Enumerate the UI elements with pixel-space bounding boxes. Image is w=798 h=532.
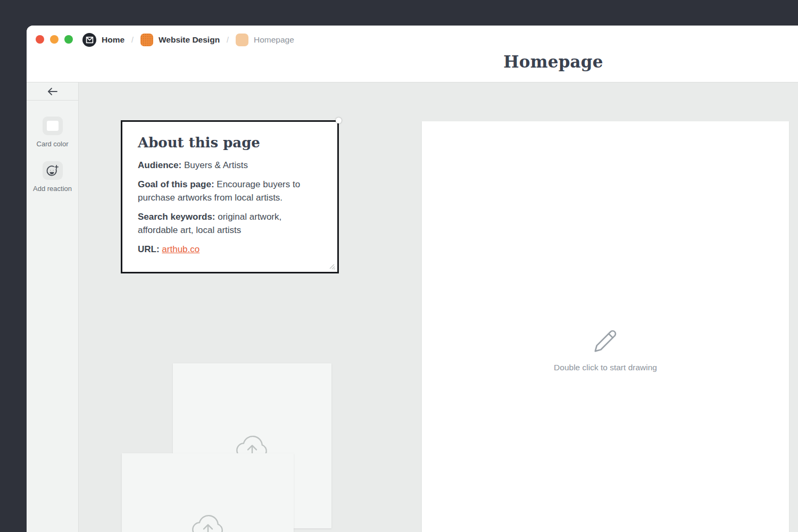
collapse-toolbar-button[interactable] — [42, 85, 63, 98]
arthub-link[interactable]: arthub.co — [162, 244, 200, 254]
window-controls — [36, 35, 73, 44]
card-selection-handle[interactable] — [336, 118, 342, 123]
note-card-about-this-page[interactable]: About this page Audience: Buyers & Artis… — [121, 120, 339, 273]
breadcrumb-item-home: Home — [82, 33, 124, 47]
breadcrumb: Home / Website Design / Homepage — [82, 32, 294, 47]
milanote-window: Home / Website Design / Homepage Homepag… — [27, 26, 798, 532]
sidebar-divider — [27, 100, 78, 101]
breadcrumb-home-link[interactable]: Home — [102, 35, 124, 45]
smiley-plus-icon — [45, 163, 60, 178]
card-resize-gripper[interactable] — [328, 263, 335, 270]
note-card-title: About this page — [138, 135, 322, 151]
add-reaction-button[interactable] — [43, 161, 63, 180]
breadcrumb-separator: / — [131, 36, 134, 44]
board-orange-icon — [140, 34, 153, 46]
add-reaction-label: Add reaction — [33, 185, 72, 193]
image-placeholder-card[interactable] — [122, 453, 294, 532]
window-titlebar: Home / Website Design / Homepage Homepag… — [27, 26, 798, 82]
note-field-audience: Audience: Buyers & Artists — [138, 159, 322, 172]
card-color-label: Card color — [37, 140, 69, 148]
card-color-button[interactable] — [43, 117, 63, 135]
minimize-window-button[interactable] — [50, 35, 59, 44]
note-field-url: URL: arthub.co — [138, 243, 322, 256]
drawing-hint: Double click to start drawing — [554, 363, 657, 372]
breadcrumb-website-design-link[interactable]: Website Design — [159, 35, 220, 45]
board-tan-icon — [236, 34, 248, 46]
breadcrumb-item-homepage: Homepage — [236, 34, 294, 46]
card-color-swatch-icon — [47, 121, 59, 131]
add-reaction-tool: Add reaction — [27, 161, 78, 193]
upload-cloud-icon — [188, 508, 228, 532]
card-color-tool: Card color — [27, 117, 78, 148]
close-window-button[interactable] — [36, 35, 44, 44]
breadcrumb-separator: / — [227, 36, 229, 44]
sketch-card[interactable]: Double click to start drawing — [422, 121, 789, 532]
desktop-background: Home / Website Design / Homepage Homepag… — [0, 0, 798, 532]
board-canvas[interactable]: About this page Audience: Buyers & Artis… — [79, 82, 798, 532]
edit-toolbar-sidebar: Card color Add reaction — [27, 82, 79, 532]
arrow-left-icon — [47, 87, 58, 96]
board-title[interactable]: Homepage — [503, 52, 603, 71]
note-field-keywords: Search keywords: original artwork, affor… — [138, 210, 322, 237]
breadcrumb-item-website-design: Website Design — [140, 34, 220, 46]
breadcrumb-homepage-link[interactable]: Homepage — [254, 35, 294, 45]
zoom-window-button[interactable] — [64, 35, 73, 44]
milanote-logo-icon — [82, 33, 96, 47]
note-field-goal: Goal of this page: Encourage buyers to p… — [138, 178, 322, 204]
pencil-icon — [593, 329, 618, 353]
